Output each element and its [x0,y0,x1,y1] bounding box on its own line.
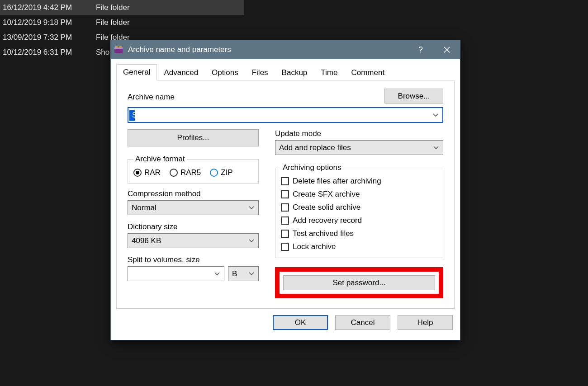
split-size-input[interactable] [128,266,224,281]
check-recovery[interactable]: Add recovery record [281,216,437,225]
checkbox-icon [281,190,289,198]
chevron-down-icon [245,267,258,281]
check-label: Delete files after archiving [293,177,381,186]
split-unit-value: B [228,269,245,278]
radio-icon [133,169,142,177]
checkbox-icon [281,230,289,238]
profiles-button[interactable]: Profiles... [128,129,259,146]
tab-comment[interactable]: Comment [344,65,391,80]
chevron-down-icon [245,201,258,215]
radio-label: RAR5 [180,168,201,177]
tab-general[interactable]: General [116,64,157,80]
split-label: Split to volumes, size [128,255,259,264]
archive-format-group: Archive format RAR RAR5 [128,155,259,184]
check-lock[interactable]: Lock archive [281,242,437,251]
cancel-button[interactable]: Cancel [335,315,390,330]
dictionary-label: Dictionary size [128,222,259,231]
dialog-title: Archive name and parameters [128,45,231,54]
file-date: 10/12/2019 6:31 PM [3,48,96,57]
check-label: Create solid archive [293,203,360,212]
check-test[interactable]: Test archived files [281,229,437,238]
set-password-highlight: Set password... [275,267,443,298]
close-button[interactable] [434,40,460,59]
tab-files[interactable]: Files [245,65,275,80]
check-delete-after[interactable]: Delete files after archiving [281,177,437,186]
checkbox-icon [281,203,289,212]
checkbox-icon [281,177,289,185]
update-mode-label: Update mode [275,129,443,138]
archiving-options-legend: Archiving options [281,163,343,172]
browse-button[interactable]: Browse... [384,89,443,104]
file-type: Sho [96,48,109,57]
archiving-options-group: Archiving options Delete files after arc… [275,163,443,258]
chevron-down-icon [429,141,443,155]
chevron-down-icon [245,234,258,248]
radio-rar[interactable]: RAR [133,168,161,177]
tab-options[interactable]: Options [205,65,245,80]
compression-label: Compression method [128,189,259,198]
compression-value: Normal [128,203,245,212]
checkbox-icon [281,243,289,251]
compression-select[interactable]: Normal [128,200,259,215]
tab-backup[interactable]: Backup [275,65,314,80]
file-date: 16/12/2019 4:42 PM [3,3,96,12]
dialog-body: General Advanced Options Files Backup Ti… [111,59,460,340]
dialog-titlebar[interactable]: Archive name and parameters ? [111,40,460,59]
file-type: File folder [96,3,130,12]
check-label: Test archived files [293,229,354,238]
chevron-down-icon [429,108,442,122]
radio-rar5[interactable]: RAR5 [170,168,201,177]
split-unit-select[interactable]: B [228,266,259,281]
chevron-down-icon [210,267,224,281]
tab-advanced[interactable]: Advanced [157,65,205,80]
dialog-footer: OK Cancel Help [111,309,460,334]
check-label: Lock archive [293,242,336,251]
tabs-bar: General Advanced Options Files Backup Ti… [111,59,460,80]
radio-label: RAR [144,168,161,177]
check-label: Create SFX archive [293,190,360,199]
radio-zip[interactable]: ZIP [210,168,232,177]
radio-icon [210,169,218,177]
archive-name-input[interactable]: Study.rar [128,107,443,123]
file-row[interactable]: 16/12/2019 4:42 PM File folder [0,0,244,15]
archive-name-value: Study.rar [129,110,135,121]
set-password-button[interactable]: Set password... [283,275,435,290]
check-solid[interactable]: Create solid archive [281,203,437,212]
check-label: Add recovery record [293,216,362,225]
winrar-icon [114,45,123,55]
svg-rect-3 [118,46,119,47]
archive-dialog: Archive name and parameters ? General Ad… [110,40,460,340]
radio-icon [170,169,178,177]
tab-panel-general: Archive name Browse... Study.rar Profile… [116,80,455,309]
file-row[interactable]: 10/12/2019 9:18 PM File folder [0,15,244,30]
archive-format-legend: Archive format [133,155,187,164]
check-sfx[interactable]: Create SFX archive [281,190,437,199]
close-icon [444,47,450,53]
dictionary-select[interactable]: 4096 KB [128,233,259,248]
file-date: 10/12/2019 9:18 PM [3,18,96,27]
help-button[interactable]: Help [398,315,453,330]
archive-name-label: Archive name [128,93,379,102]
tab-time[interactable]: Time [314,65,344,80]
help-titlebar-button[interactable]: ? [408,40,434,59]
ok-button[interactable]: OK [273,315,328,330]
file-type: File folder [96,18,130,27]
update-mode-select[interactable]: Add and replace files [275,140,443,155]
checkbox-icon [281,217,289,225]
file-date: 13/09/2019 7:32 PM [3,33,96,42]
dictionary-value: 4096 KB [128,236,245,245]
update-mode-value: Add and replace files [275,143,429,152]
radio-label: ZIP [221,168,232,177]
